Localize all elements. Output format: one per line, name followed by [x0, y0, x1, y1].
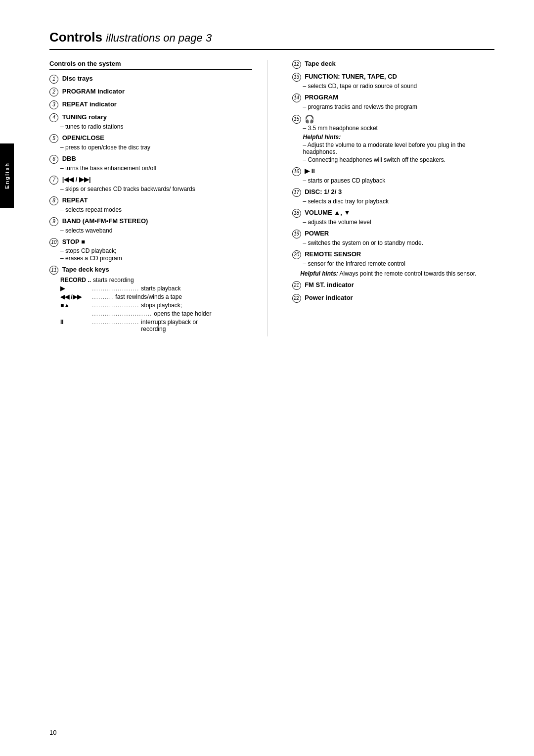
tape-key-row: ............................ opens the t… — [60, 310, 252, 317]
list-item: 11 Tape deck keys RECORD .. starts recor… — [49, 266, 252, 332]
tape-keys: RECORD .. starts recording ▶ ...........… — [60, 277, 252, 332]
sidebar-tab: English — [0, 143, 14, 208]
list-item: 4 TUNING rotary tunes to radio stations — [49, 113, 252, 130]
list-item: 3 REPEAT indicator — [49, 100, 252, 109]
section-header: Controls on the system — [49, 60, 252, 70]
list-item: 1 Disc trays — [49, 75, 252, 84]
tape-key-row: RECORD .. starts recording — [60, 277, 252, 284]
left-column: Controls on the system 1 Disc trays 2 PR… — [49, 60, 267, 336]
helpful-hints-remote: Helpful hints: Always point the remote c… — [292, 270, 495, 277]
headphone-icon: 🎧 — [305, 114, 314, 124]
title-italic: illustrations on page 3 — [106, 32, 212, 44]
list-item: 5 OPEN/CLOSE press to open/close the dis… — [49, 134, 252, 151]
list-item: 2 PROGRAM indicator — [49, 88, 252, 96]
list-item: 13 FUNCTION: TUNER, TAPE, CD selects CD,… — [292, 73, 495, 90]
list-item: 15 🎧 3.5 mm headphone socket Helpful hin… — [292, 114, 495, 163]
list-item: 12 Tape deck — [292, 60, 495, 69]
page: English Controls illustrations on page 3… — [0, 0, 534, 756]
list-item: 21 FM ST. indicator — [292, 281, 495, 290]
sidebar-label: English — [4, 162, 10, 189]
list-item: 16 ▶ II starts or pauses CD playback — [292, 167, 495, 184]
title-bold: Controls — [49, 30, 102, 45]
page-title: Controls illustrations on page 3 — [49, 30, 494, 50]
tape-key-row: ▶ ...................... starts playback — [60, 285, 252, 292]
content-columns: Controls on the system 1 Disc trays 2 PR… — [49, 60, 494, 336]
list-item: 14 PROGRAM programs tracks and reviews t… — [292, 94, 495, 110]
list-item: 8 REPEAT selects repeat modes — [49, 196, 252, 213]
list-item: 17 DISC: 1/ 2/ 3 selects a disc tray for… — [292, 188, 495, 205]
list-item: 7 |◀◀ / ▶▶| skips or searches CD tracks … — [49, 176, 252, 192]
right-column: 12 Tape deck 13 FUNCTION: TUNER, TAPE, C… — [287, 60, 495, 336]
helpful-hints: Helpful hints: Adjust the volume to a mo… — [303, 134, 495, 163]
list-item: 18 VOLUME ▲, ▼ adjusts the volume level — [292, 209, 495, 226]
tape-key-row: II ...................... interrupts pla… — [60, 319, 252, 332]
tape-key-row: ◀◀ /▶▶ .......... fast rewinds/winds a t… — [60, 293, 252, 300]
list-item: 20 REMOTE SENSOR sensor for the infrared… — [292, 250, 495, 277]
tape-key-row: ■▲ ...................... stops playback… — [60, 302, 252, 309]
page-number: 10 — [49, 729, 56, 736]
list-item: 9 BAND (AM•FM•FM STEREO) selects waveban… — [49, 217, 252, 234]
list-item: 22 Power indicator — [292, 294, 495, 303]
list-item: 19 POWER switches the system on or to st… — [292, 230, 495, 246]
list-item: 6 DBB turns the bass enhancement on/off — [49, 155, 252, 172]
list-item: 10 STOP ■ stops CD playback; erases a CD… — [49, 238, 252, 262]
